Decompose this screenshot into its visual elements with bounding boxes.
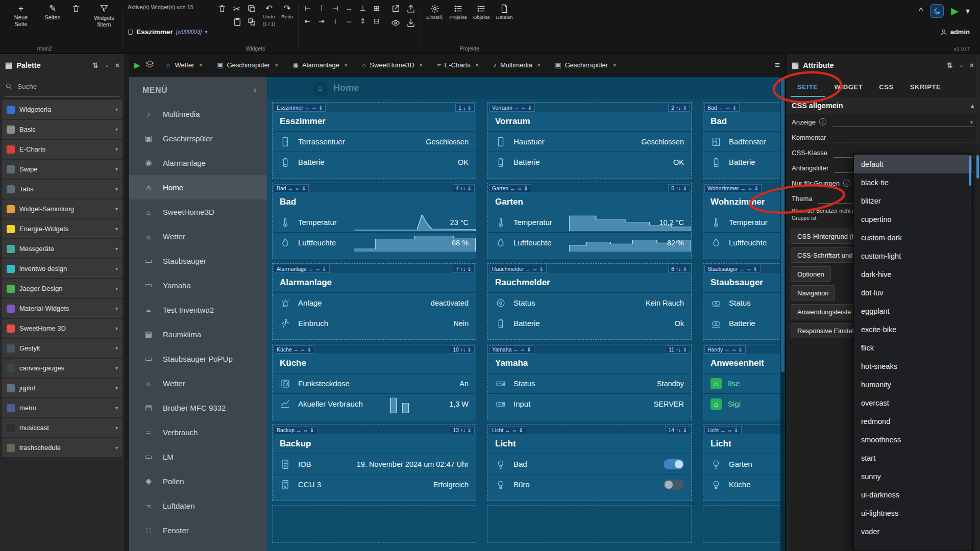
palette-group-canvas-gauges[interactable]: canvas-gauges ▾ [2, 359, 122, 378]
widget-id-chip[interactable]: Staubsauger ↔ ⇔ ⇓ [704, 265, 761, 273]
widget-order-chip[interactable]: 8 ↑↓ ⇓ [668, 265, 690, 273]
widget-Garten[interactable]: Garten ↔ ⇔ ⇓ 5 ↑↓ ⇓ Garten Temperatur10,… [487, 183, 692, 259]
menu-item-Luftdaten[interactable]: ≈ Luftdaten [129, 493, 267, 518]
panel-resizer[interactable] [125, 54, 129, 551]
menu-item-Wetter[interactable]: ☼ Wetter [129, 224, 267, 248]
widget-id-chip[interactable]: Garten ↔ ⇔ ⇓ [489, 184, 531, 192]
view-tab-E-Charts[interactable]: ≈ E-Charts × [431, 54, 485, 77]
palette-group-Basic[interactable]: Basic ▾ [2, 120, 122, 139]
section-CSS-Schriftart und -[interactable]: CSS-Schriftart und - [791, 247, 863, 263]
same-size-icon[interactable]: ⊞ [373, 4, 381, 12]
close-icon[interactable]: × [199, 61, 203, 69]
widget-id-chip[interactable]: Küche ↔ ⇔ ⇓ [274, 345, 314, 354]
layers-icon[interactable] [145, 60, 154, 70]
menu-item-Yamaha[interactable]: ▭ Yamaha [129, 273, 267, 297]
projects-button[interactable]: Projekte [449, 4, 467, 20]
menu-item-Staubsauger[interactable]: ▭ Staubsauger [129, 248, 267, 273]
paste-button[interactable] [233, 17, 242, 27]
section-Anwendungsleiste[interactable]: Anwendungsleiste [791, 304, 858, 319]
theme-option-dark-hive[interactable]: dark-hive [854, 265, 972, 284]
widget-Staubsauger[interactable]: Staubsauger ↔ ⇔ ⇓ 9 ↑↓ ⇓ Staubsauger Sta… [703, 263, 785, 340]
menu-item-SweetHome3D[interactable]: ⌂ SweetHome3D [129, 199, 267, 224]
import-button[interactable] [406, 18, 415, 28]
theme-option-vader[interactable]: vader [854, 522, 972, 541]
close-icon[interactable]: × [970, 61, 974, 69]
run-icon[interactable]: ▶ [134, 61, 140, 70]
widget-Bad[interactable]: Bad ↔ ⇔ ⇓ 3 ↑↓ ⇓ Bad Badfenster Batterie [703, 102, 785, 179]
section-css-general[interactable]: CSS allgemein ▴ [786, 97, 980, 114]
attr-tab-SEITE[interactable]: SEITE [791, 77, 825, 97]
menu-item-Brother MFC 9332[interactable]: ▤ Brother MFC 9332 [129, 395, 267, 420]
align-bottom-icon[interactable]: ⊥ [359, 4, 367, 12]
theme-option-cupertino[interactable]: cupertino [854, 210, 972, 229]
align-height-icon[interactable]: ⇥ [317, 17, 326, 25]
info-icon[interactable]: i [843, 180, 850, 187]
delete-page-button[interactable] [71, 4, 81, 13]
view-tab-Multimedia[interactable]: ♪ Multimedia × [487, 54, 547, 77]
menu-item-Staubsauger PoPUp[interactable]: ▭ Staubsauger PoPUp [129, 346, 267, 371]
redo-button[interactable]: ↷ Redo [281, 4, 293, 20]
close-icon[interactable]: × [537, 61, 541, 69]
duplicate-button[interactable] [247, 17, 256, 27]
widget-Licht[interactable]: Licht ↔ ⇔ ⇓ 15 ↑↓ ⇓ Licht Garten Küche [703, 424, 785, 501]
palette-group-inventwo design[interactable]: inventwo design ▾ [2, 259, 122, 278]
section-Optionen[interactable]: Optionen [791, 266, 831, 282]
widget-order-chip[interactable]: 11 ↑↓ ⇓ [666, 345, 690, 354]
widget-Vorraum[interactable]: Vorraum ↔ ⇔ ⇓ 2 ↑↓ ⇓ Vorraum HaustuerGes… [487, 102, 692, 179]
theme-option-redmond[interactable]: redmond [854, 412, 972, 431]
palette-group-trashschedule[interactable]: trashschedule ▾ [2, 438, 122, 457]
center-h-icon[interactable]: ↔ [345, 4, 353, 12]
close-icon[interactable]: × [419, 61, 423, 69]
widget-id-chip[interactable]: Licht ↔ ⇔ ⇓ [704, 426, 742, 434]
close-icon[interactable]: × [344, 61, 348, 69]
collapse-all-icon[interactable]: ⇅ [947, 61, 953, 69]
user-menu[interactable]: admin [940, 28, 970, 36]
run-project-button[interactable]: ▶ [951, 5, 959, 17]
palette-group-E-Charts[interactable]: E-Charts ▾ [2, 140, 122, 159]
theme-option-blitzer[interactable]: blitzer [854, 192, 972, 210]
palette-group-metro[interactable]: metro ▾ [2, 398, 122, 417]
widget-id-chip[interactable]: Bad ↔ ⇔ ⇓ [274, 184, 309, 192]
add-page-button[interactable]: + Neue Seite [8, 4, 34, 27]
widget-id-chip[interactable]: Backup ↔ ⇔ ⇓ [274, 426, 317, 434]
export-button[interactable] [406, 4, 415, 13]
close-icon[interactable]: × [475, 61, 479, 69]
collapse-menu-icon[interactable]: ‹ [254, 85, 257, 95]
widget-Yamaha[interactable]: Yamaha ↔ ⇔ ⇓ 11 ↑↓ ⇓ Yamaha StatusStandb… [487, 344, 692, 420]
theme-option-custom-light[interactable]: custom-light [854, 247, 972, 265]
palette-group-Widgeteria[interactable]: Widgeteria ▾ [2, 100, 122, 119]
delete-widget-button[interactable] [217, 4, 227, 13]
collapse-all-icon[interactable]: ⇅ [92, 61, 99, 69]
palette-group-musiccast[interactable]: musiccast ▾ [2, 418, 122, 437]
palette-group-Swipe[interactable]: Swipe ▾ [2, 160, 122, 179]
preview-button[interactable] [391, 18, 400, 28]
attr-tab-CSS[interactable]: CSS [872, 77, 900, 97]
widget-id-chip[interactable]: Wohnzimmer ↔ ⇔ ⇓ [704, 184, 762, 192]
view-tab-Geschirrspüler[interactable]: ▣ Geschirrspüler × [211, 54, 284, 77]
close-icon[interactable]: × [275, 61, 279, 69]
theme-option-custom-dark[interactable]: custom-dark [854, 229, 972, 247]
palette-group-Gestylt[interactable]: Gestylt ▾ [2, 339, 122, 358]
theme-option-hot-sneaks[interactable]: hot-sneaks [854, 357, 972, 375]
menu-item-Raumklima[interactable]: ▦ Raumklima [129, 322, 267, 346]
pin-icon[interactable]: ▫ [960, 61, 963, 69]
settings-button[interactable]: Einstell. [426, 4, 443, 20]
widget-order-chip[interactable]: 2 ↑↓ ⇓ [668, 104, 690, 112]
palette-group-Messgeräte[interactable]: Messgeräte ▾ [2, 239, 122, 258]
theme-option-ui-darkness[interactable]: ui-darkness [854, 486, 972, 504]
menu-item-Fenster[interactable]: □ Fenster [129, 518, 267, 542]
theme-option-black-tie[interactable]: black-tie [854, 173, 972, 192]
align-width-icon[interactable]: ⇤ [304, 17, 312, 25]
raise-icon[interactable]: ⊟ [373, 17, 381, 25]
dropdown-scrollbar[interactable] [969, 156, 971, 186]
menu-item-Wetter[interactable]: ☼ Wetter [129, 371, 267, 395]
close-icon[interactable]: × [612, 61, 617, 69]
distribute-v-icon[interactable]: ⇕ [359, 17, 367, 25]
widget-id-chip[interactable]: Rauchmelder ↔ ⇔ ⇓ [489, 265, 547, 273]
theme-option-smoothness[interactable]: smoothness [854, 431, 972, 449]
menu-item-Alarmanlage[interactable]: ◉ Alarmanlage [129, 151, 267, 175]
widget-id-chip[interactable]: Licht ↔ ⇔ ⇓ [489, 426, 526, 434]
palette-group-Energie-Widgets[interactable]: Energie-Widgets ▾ [2, 219, 122, 238]
field-select-Anzeige[interactable]: ▾ [832, 117, 974, 127]
menu-item-Geschirrspüler[interactable]: ▣ Geschirrspüler [129, 126, 267, 151]
